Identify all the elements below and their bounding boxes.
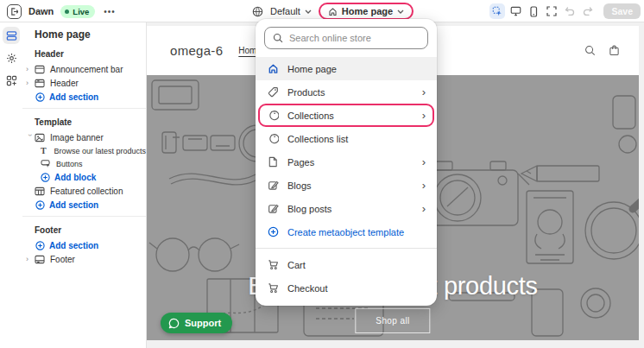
plus-circle-icon — [35, 92, 45, 102]
theme-name: Dawn — [28, 6, 54, 16]
section-window-icon — [35, 65, 46, 74]
desktop-icon — [510, 6, 521, 16]
page-selector-menu: Home page Products › Collections › Colle… — [256, 19, 437, 306]
home-icon — [328, 7, 338, 16]
cart-icon — [267, 259, 279, 270]
chevron-down-icon — [305, 9, 312, 14]
home-icon — [267, 63, 279, 74]
menu-item-home-page[interactable]: Home page — [256, 57, 437, 80]
shop-name[interactable]: omega-6 — [170, 43, 223, 58]
inspect-sections-button[interactable] — [489, 3, 505, 19]
section-announcement-bar[interactable]: › Announcement bar — [22, 62, 146, 76]
chevron-right-icon: › — [422, 203, 426, 214]
section-footer[interactable]: › Footer — [22, 252, 146, 266]
theme-preview-icon — [252, 6, 263, 17]
chevron-expanded-icon[interactable]: › — [26, 134, 34, 142]
add-section-link-header[interactable]: Add section — [22, 90, 146, 104]
sidebar-icon-rail — [0, 22, 22, 348]
chevron-down-icon — [397, 9, 404, 14]
collections-icon — [267, 110, 279, 121]
cart-bag-icon[interactable] — [609, 45, 620, 56]
template-group-label: Template — [35, 117, 146, 128]
page-icon — [267, 156, 279, 168]
menu-item-blogs[interactable]: Blogs › — [256, 174, 437, 197]
app-embeds-tab[interactable] — [3, 72, 20, 89]
panel-title: Home page — [35, 28, 146, 41]
chat-bubble-icon — [168, 318, 180, 329]
exit-editor-button[interactable] — [7, 4, 22, 19]
menu-item-cart[interactable]: Cart — [256, 253, 437, 276]
divider — [22, 216, 146, 217]
desktop-view-button[interactable] — [508, 3, 523, 19]
add-section-link-template[interactable]: Add section — [22, 198, 146, 212]
block-buttons[interactable]: Buttons — [22, 157, 146, 170]
live-dot-icon — [65, 9, 69, 14]
divider — [22, 108, 146, 109]
plus-circle-icon — [267, 226, 279, 237]
inspector-icon — [492, 6, 502, 16]
chevron-right-icon[interactable]: › — [26, 66, 35, 73]
undo-button[interactable] — [562, 3, 578, 19]
gear-icon — [6, 53, 17, 64]
chevron-right-icon[interactable]: › — [26, 79, 35, 87]
block-heading[interactable]: T Browse our latest products — [22, 144, 146, 157]
menu-item-collections-list[interactable]: Collections list — [256, 127, 437, 150]
save-button[interactable]: Save — [603, 3, 641, 19]
search-field[interactable] — [264, 27, 428, 49]
tag-icon — [267, 86, 279, 98]
sections-icon — [6, 30, 17, 41]
search-input[interactable] — [289, 33, 420, 43]
undo-icon — [565, 7, 575, 16]
preview-profile-dropdown[interactable]: Default — [270, 6, 312, 16]
mobile-icon — [528, 6, 539, 17]
app-embeds-icon — [6, 75, 17, 86]
redo-button[interactable] — [580, 3, 596, 19]
redo-icon — [583, 7, 593, 16]
section-header[interactable]: › Header — [22, 76, 146, 90]
chevron-right-icon: › — [422, 110, 426, 121]
menu-item-checkout[interactable]: Checkout — [256, 276, 437, 300]
live-status-badge: Live — [60, 5, 95, 18]
chevron-right-icon[interactable]: › — [26, 256, 35, 263]
add-block-link[interactable]: Add block — [22, 170, 146, 184]
blog-icon — [267, 180, 279, 191]
menu-item-products[interactable]: Products › — [256, 80, 437, 104]
add-section-link-footer[interactable]: Add section — [22, 238, 146, 252]
menu-item-blog-posts[interactable]: Blog posts › — [256, 197, 437, 220]
section-featured-collection[interactable]: Featured collection — [22, 184, 146, 198]
text-block-icon: T — [41, 146, 49, 155]
header-group-label: Header — [35, 49, 146, 60]
menu-item-pages[interactable]: Pages › — [256, 150, 437, 174]
sections-panel: Home page Header › Announcement bar › He… — [22, 22, 147, 348]
section-window-icon — [35, 79, 46, 88]
fullscreen-button[interactable] — [544, 3, 559, 19]
theme-settings-tab[interactable] — [3, 49, 20, 66]
menu-item-collections[interactable]: Collections › — [256, 104, 437, 127]
blog-post-icon — [267, 203, 279, 214]
menu-item-create-metaobject[interactable]: Create metaobject template — [256, 220, 437, 244]
more-actions-button[interactable]: ••• — [102, 7, 117, 16]
chevron-right-icon: › — [422, 180, 426, 191]
plus-circle-icon — [41, 173, 50, 182]
collections-icon — [267, 133, 279, 144]
collection-grid-icon — [35, 187, 46, 196]
sections-tab[interactable] — [3, 27, 20, 44]
page-selector-dropdown[interactable]: Home page — [319, 3, 414, 20]
plus-circle-icon — [35, 241, 45, 250]
chevron-right-icon: › — [422, 156, 426, 168]
footer-window-icon — [35, 255, 46, 264]
fullscreen-icon — [546, 6, 557, 16]
footer-group-label: Footer — [35, 225, 146, 236]
search-icon[interactable] — [584, 45, 596, 56]
mobile-view-button[interactable] — [526, 3, 541, 19]
image-icon — [35, 133, 46, 142]
chevron-right-icon: › — [422, 86, 426, 98]
shop-all-button[interactable]: Shop all — [355, 308, 430, 333]
divider — [256, 248, 437, 249]
section-image-banner[interactable]: › Image banner — [22, 130, 146, 144]
plus-circle-icon — [35, 200, 45, 210]
cart-icon — [267, 282, 279, 294]
support-button[interactable]: Support — [161, 313, 232, 333]
search-icon — [273, 33, 283, 43]
exit-icon — [10, 8, 18, 16]
